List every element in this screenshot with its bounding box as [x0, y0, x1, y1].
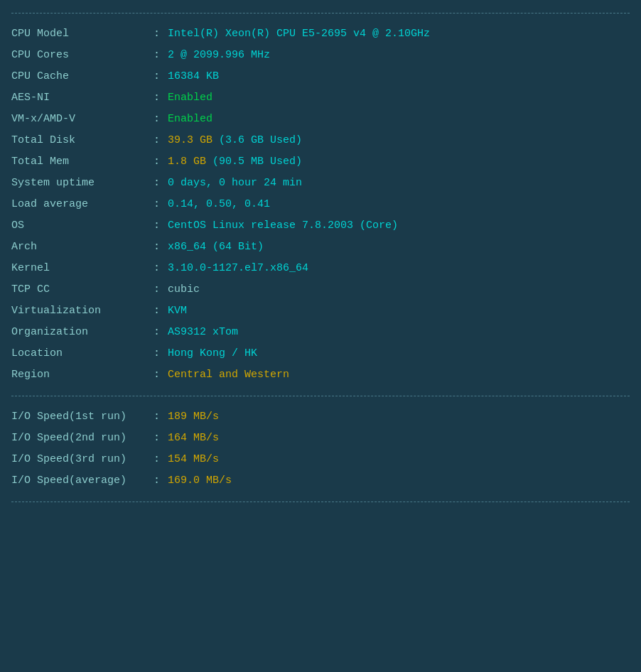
row-label: I/O Speed(average) — [11, 472, 153, 489]
row-label: Location — [11, 345, 153, 362]
table-row: I/O Speed(average) : 169.0 MB/s — [11, 470, 630, 492]
middle-divider — [11, 396, 630, 396]
row-value: Enabled — [168, 111, 212, 128]
row-colon: : — [153, 367, 168, 384]
row-colon: : — [153, 90, 168, 107]
table-row: Region : Central and Western — [11, 364, 630, 386]
row-colon: : — [153, 303, 168, 320]
row-label: Region — [11, 367, 153, 384]
row-colon: : — [153, 111, 168, 128]
row-colon: : — [153, 68, 168, 85]
table-row: Total Mem : 1.8 GB (90.5 MB Used) — [11, 151, 630, 173]
row-colon: : — [153, 324, 168, 341]
table-row: Location : Hong Kong / HK — [11, 343, 630, 364]
row-value: 154 MB/s — [168, 451, 219, 468]
table-row: AES-NI : Enabled — [11, 87, 630, 109]
row-label: Load average — [11, 196, 153, 213]
row-label: CPU Cache — [11, 68, 153, 85]
row-colon: : — [153, 196, 168, 213]
row-colon: : — [153, 408, 168, 426]
row-label: Kernel — [11, 260, 153, 277]
table-row: I/O Speed(3rd run) : 154 MB/s — [11, 449, 630, 470]
table-row: CPU Model : Intel(R) Xeon(R) CPU E5-2695… — [11, 23, 630, 45]
table-row: System uptime : 0 days, 0 hour 24 min — [11, 173, 630, 194]
row-label: Total Disk — [11, 132, 153, 149]
row-value: x86_64 (64 Bit) — [168, 239, 264, 256]
row-colon: : — [153, 47, 168, 64]
row-colon: : — [153, 260, 168, 277]
row-colon: : — [153, 217, 168, 234]
row-colon: : — [153, 153, 168, 170]
row-colon: : — [153, 281, 168, 298]
row-label: TCP CC — [11, 281, 153, 298]
row-colon: : — [153, 132, 168, 149]
table-row: OS : CentOS Linux release 7.8.2003 (Core… — [11, 215, 630, 237]
row-value: Hong Kong / HK — [168, 345, 257, 362]
table-row: Total Disk : 39.3 GB (3.6 GB Used) — [11, 130, 630, 151]
row-value: AS9312 xTom — [168, 324, 238, 341]
row-colon: : — [153, 239, 168, 256]
row-value: KVM — [168, 303, 187, 320]
row-label: CPU Cores — [11, 47, 153, 64]
table-row: I/O Speed(2nd run) : 164 MB/s — [11, 428, 630, 449]
row-colon: : — [153, 472, 168, 489]
table-row: CPU Cache : 16384 KB — [11, 66, 630, 87]
row-label: Organization — [11, 324, 153, 341]
row-value: 1.8 GB (90.5 MB Used) — [168, 153, 302, 170]
row-label: I/O Speed(1st run) — [11, 408, 153, 426]
table-row: Kernel : 3.10.0-1127.el7.x86_64 — [11, 258, 630, 279]
row-value: 0 days, 0 hour 24 min — [168, 175, 302, 192]
row-value: 189 MB/s — [168, 408, 219, 426]
row-label: AES-NI — [11, 90, 153, 107]
row-value: 16384 KB — [168, 68, 219, 85]
row-label: CPU Model — [11, 26, 153, 43]
row-label: I/O Speed(3rd run) — [11, 451, 153, 468]
row-value: 39.3 GB (3.6 GB Used) — [168, 132, 302, 149]
row-value: 3.10.0-1127.el7.x86_64 — [168, 260, 308, 277]
row-value: 164 MB/s — [168, 430, 219, 447]
row-colon: : — [153, 430, 168, 447]
row-label: Total Mem — [11, 153, 153, 170]
table-row: CPU Cores : 2 @ 2099.996 MHz — [11, 45, 630, 66]
row-value: CentOS Linux release 7.8.2003 (Core) — [168, 217, 398, 234]
row-value: cubic — [168, 281, 200, 298]
row-label: System uptime — [11, 175, 153, 192]
row-value: Enabled — [168, 90, 212, 107]
table-row: Organization : AS9312 xTom — [11, 322, 630, 343]
table-row: TCP CC : cubic — [11, 279, 630, 300]
top-divider — [11, 13, 630, 13]
row-value: Intel(R) Xeon(R) CPU E5-2695 v4 @ 2.10GH… — [168, 26, 430, 43]
row-value: Central and Western — [168, 367, 289, 384]
table-row: VM-x/AMD-V : Enabled — [11, 109, 630, 130]
row-colon: : — [153, 451, 168, 468]
io-info-section: I/O Speed(1st run) : 189 MB/sI/O Speed(2… — [0, 402, 641, 496]
table-row: Arch : x86_64 (64 Bit) — [11, 237, 630, 258]
row-label: I/O Speed(2nd run) — [11, 430, 153, 447]
row-colon: : — [153, 345, 168, 362]
table-row: I/O Speed(1st run) : 189 MB/s — [11, 406, 630, 428]
row-label: Arch — [11, 239, 153, 256]
bottom-divider — [11, 502, 630, 502]
row-value: 169.0 MB/s — [168, 472, 232, 489]
row-label: Virtualization — [11, 303, 153, 320]
table-row: Virtualization : KVM — [11, 300, 630, 322]
row-colon: : — [153, 26, 168, 43]
table-row: Load average : 0.14, 0.50, 0.41 — [11, 194, 630, 215]
row-colon: : — [153, 175, 168, 192]
row-label: OS — [11, 217, 153, 234]
row-value: 0.14, 0.50, 0.41 — [168, 196, 270, 213]
system-info-section: CPU Model : Intel(R) Xeon(R) CPU E5-2695… — [0, 19, 641, 390]
row-label: VM-x/AMD-V — [11, 111, 153, 128]
row-value: 2 @ 2099.996 MHz — [168, 47, 270, 64]
